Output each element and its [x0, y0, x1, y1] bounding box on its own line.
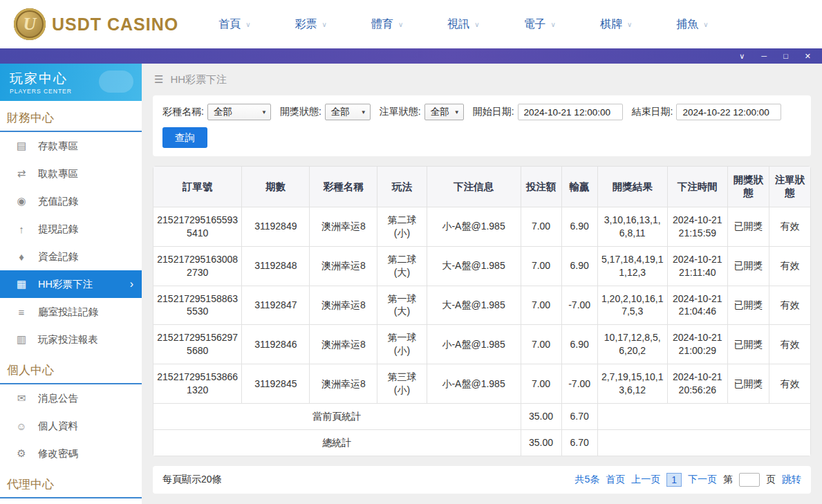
table-row: 2152172951562975680 31192846 澳洲幸运8 第一球(小… — [153, 325, 811, 364]
cell-draw-status: 已開獎 — [728, 364, 769, 404]
cell-amount: 7.00 — [521, 286, 561, 325]
cell-order-status: 有效 — [769, 246, 811, 286]
col-header-draw-status: 開獎狀態 — [728, 167, 769, 207]
cell-time: 2024-10-21 21:04:46 — [667, 286, 727, 325]
hamburger-menu-icon[interactable]: ☰ — [154, 73, 163, 86]
bets-table-card: 訂單號 期數 彩種名稱 玩法 下注信息 投注額 輸贏 開獎結果 下注時間 開獎狀… — [153, 166, 811, 456]
sidebar-item-room-bet-records[interactable]: ≡ 廳室投註記錄 — [0, 298, 142, 326]
sidebar-item-deposit[interactable]: ▤ 存款專區 — [0, 132, 142, 160]
sidebar-item-profile[interactable]: ☺ 個人資料 — [0, 412, 142, 440]
cell-order-status: 有效 — [769, 364, 811, 404]
cell-order-id: 2152172951655935410 — [153, 207, 242, 247]
cell-win-loss: -7.00 — [561, 286, 597, 325]
sidebar-item-change-password[interactable]: ⚙ 修改密碼 — [0, 440, 142, 467]
jump-button[interactable]: 跳转 — [782, 474, 801, 486]
nav-label: 棋牌 — [600, 17, 622, 32]
nav-item-lottery[interactable]: 彩票 ∨ — [295, 17, 327, 32]
search-button[interactable]: 查詢 — [162, 127, 207, 148]
filter-order-status: 注單狀態: 全部 ▼ — [380, 104, 464, 120]
col-header-bet-info: 下注信息 — [427, 167, 521, 207]
maximize-icon[interactable]: □ — [783, 53, 788, 60]
cell-play: 第二球(小) — [377, 207, 427, 247]
logo[interactable]: U USDT CASINO — [14, 8, 178, 40]
next-page-link[interactable]: 下一页 — [688, 474, 717, 486]
cell-lottery: 澳洲幸运8 — [310, 325, 377, 364]
bets-table: 訂單號 期數 彩種名稱 玩法 下注信息 投注額 輸贏 開獎結果 下注時間 開獎狀… — [153, 166, 811, 456]
nav-item-boardgames[interactable]: 棋牌 ∨ — [600, 17, 632, 32]
lottery-type-value: 全部 — [214, 106, 232, 118]
col-header-time: 下注時間 — [667, 167, 727, 207]
page-title: HH彩票下注 — [170, 73, 227, 86]
lottery-type-select[interactable]: 全部 ▼ — [207, 104, 271, 120]
current-page-indicator[interactable]: 1 — [666, 473, 682, 487]
col-header-play: 玩法 — [377, 167, 427, 207]
nav-item-home[interactable]: 首頁 ∨ — [218, 17, 250, 32]
sidebar-item-hh-lottery-bets[interactable]: ▦ HH彩票下注 › — [0, 270, 142, 298]
chevron-down-icon: ∨ — [474, 21, 479, 28]
withdraw-record-icon: ↑ — [15, 223, 28, 235]
sidebar-item-label: 個人資料 — [38, 420, 78, 433]
nav-item-sports[interactable]: 體育 ∨ — [371, 17, 403, 32]
cell-lottery: 澳洲幸运8 — [310, 207, 377, 247]
sidebar-item-label: 取款專區 — [38, 167, 78, 180]
cell-result: 5,17,18,4,19,11,12,3 — [597, 246, 667, 286]
cell-order-id: 2152172951630082730 — [153, 246, 242, 286]
page-jump-input[interactable] — [739, 473, 760, 487]
filter-row: 彩種名稱: 全部 ▼ 開獎狀態: 全部 ▼ 注單 — [162, 104, 801, 120]
section-title-personal: 個人中心 — [0, 353, 142, 384]
nav-item-slots[interactable]: 電子 ∨ — [524, 17, 556, 32]
sidebar-item-label: 資金記錄 — [38, 250, 78, 263]
nav-item-fishing[interactable]: 捕魚 ∨ — [676, 17, 708, 32]
cell-play: 第三球(小) — [377, 364, 427, 404]
end-date-label: 結束日期: — [632, 106, 673, 118]
pagination-bar: 每頁顯示20條 共5条 首页 上一页 1 下一页 第 页 跳转 — [153, 466, 811, 494]
sidebar-item-label: 充值記錄 — [38, 195, 78, 208]
chevron-down-icon: ∨ — [398, 21, 403, 28]
minimize-icon[interactable]: ─ — [761, 53, 767, 60]
chevron-right-icon: › — [130, 278, 133, 290]
close-icon[interactable]: ✕ — [805, 53, 811, 60]
sidebar-item-announcements[interactable]: ✉ 消息公告 — [0, 384, 142, 412]
sidebar-item-withdraw-records[interactable]: ↑ 提現記錄 — [0, 215, 142, 243]
summary-current-label: 當前頁統計 — [153, 403, 521, 429]
prev-page-link[interactable]: 上一页 — [631, 474, 660, 486]
sidebar-item-withdraw[interactable]: ⇄ 取款專區 — [0, 160, 142, 187]
cell-order-id: 2152172951562975680 — [153, 325, 242, 364]
brand-name: USDT CASINO — [52, 15, 178, 35]
filter-end-date: 結束日期: — [632, 104, 782, 120]
cell-play: 第二球(大) — [377, 246, 427, 286]
total-count-text: 共5条 — [575, 474, 599, 486]
jump-prefix-label: 第 — [723, 474, 733, 486]
col-header-order-id: 訂單號 — [153, 167, 242, 207]
cell-draw-status: 已開獎 — [728, 246, 769, 286]
table-row: 2152172951588635530 31192847 澳洲幸运8 第一球(大… — [153, 286, 811, 325]
summary-current-amount: 35.00 — [521, 403, 561, 429]
summary-total-label: 總統計 — [153, 429, 521, 456]
order-status-select[interactable]: 全部 ▼ — [424, 104, 464, 120]
sidebar-item-recharge-records[interactable]: ◉ 充值記錄 — [0, 187, 142, 215]
cell-amount: 7.00 — [521, 364, 561, 404]
sidebar-item-player-bet-report[interactable]: ▥ 玩家投注報表 — [0, 326, 142, 353]
page-size-text: 每頁顯示20條 — [162, 474, 222, 486]
nav-label: 首頁 — [218, 17, 241, 32]
col-header-order-status: 注單狀態 — [769, 167, 811, 207]
draw-status-select[interactable]: 全部 ▼ — [325, 104, 371, 120]
sidebar-item-label: 修改密碼 — [38, 447, 78, 460]
chevron-down-icon: ∨ — [551, 21, 556, 28]
start-date-input[interactable] — [518, 104, 623, 120]
sidebar-subtitle: PLAYERS CENTER — [10, 88, 142, 95]
first-page-link[interactable]: 首页 — [606, 474, 625, 486]
cell-period: 31192847 — [242, 286, 310, 325]
summary-row-current-page: 當前頁統計 35.00 6.70 — [153, 403, 811, 429]
cell-play: 第一球(小) — [377, 325, 427, 364]
cell-bet-info: 大-A盤@1.985 — [427, 286, 521, 325]
sidebar-item-fund-records[interactable]: ♦ 資金記錄 — [0, 243, 142, 270]
cell-bet-info: 大-A盤@1.985 — [427, 246, 521, 286]
chevron-down-icon: ∨ — [245, 21, 250, 28]
nav-item-video[interactable]: 視訊 ∨ — [447, 17, 479, 32]
cell-draw-status: 已開獎 — [728, 286, 769, 325]
collapse-icon[interactable]: ∨ — [739, 53, 745, 60]
col-header-amount: 投注額 — [521, 167, 561, 207]
cell-result: 1,20,2,10,16,17,5,3 — [597, 286, 667, 325]
end-date-input[interactable] — [676, 104, 781, 120]
